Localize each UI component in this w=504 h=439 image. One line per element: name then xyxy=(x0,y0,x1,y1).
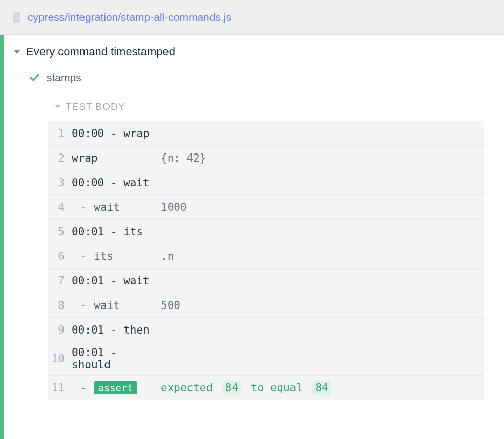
command-arg: .n xyxy=(161,250,174,262)
row-number: 8 xyxy=(49,299,65,312)
test-row[interactable]: stamps xyxy=(4,72,504,84)
assert-pill: assert xyxy=(94,381,137,394)
chevron-down-icon xyxy=(55,105,60,108)
command-name: 00:00 - wait xyxy=(72,177,161,189)
row-number: 11 xyxy=(49,382,65,394)
command-row[interactable]: 100:00 - wrap xyxy=(48,121,484,146)
command-name: - its xyxy=(72,250,161,262)
command-name: wrap xyxy=(72,152,161,164)
command-name: 00:01 - should xyxy=(72,346,161,371)
row-number: 6 xyxy=(49,250,65,262)
command-arg: 1000 xyxy=(161,201,187,213)
chevron-down-icon xyxy=(14,50,20,54)
command-log-container: TEST BODY 100:00 - wrap2wrap{n: 42}300:0… xyxy=(48,97,484,400)
command-name: - wait xyxy=(72,299,161,312)
assert-label-col: - assert xyxy=(72,381,161,394)
row-number: 7 xyxy=(49,275,65,287)
test-title: stamps xyxy=(47,72,81,84)
command-row[interactable]: 700:01 - wait xyxy=(48,269,484,293)
suite-row[interactable]: Every command timestamped xyxy=(4,45,504,58)
command-arg: {n: 42} xyxy=(161,152,206,164)
check-icon xyxy=(29,73,39,83)
command-name: 00:01 - wait xyxy=(72,275,161,287)
command-row[interactable]: 300:00 - wait xyxy=(48,170,484,195)
assert-message: expected 84 to equal 84 xyxy=(161,382,334,394)
test-body-header[interactable]: TEST BODY xyxy=(48,97,484,121)
command-name: - wait xyxy=(72,201,161,213)
assert-rhs: 84 xyxy=(312,381,331,395)
command-row[interactable]: 2wrap{n: 42} xyxy=(48,146,484,170)
row-number: 4 xyxy=(49,201,65,213)
row-number: 3 xyxy=(49,177,65,189)
command-name: 00:01 - then xyxy=(72,324,161,336)
suite-title: Every command timestamped xyxy=(26,45,175,58)
row-number: 1 xyxy=(49,127,65,140)
reporter-body: Every command timestamped stamps TEST BO… xyxy=(0,35,504,439)
assert-lhs: 84 xyxy=(222,381,241,395)
command-row[interactable]: 6- its.n xyxy=(48,244,484,269)
command-row[interactable]: 4- wait1000 xyxy=(48,195,484,220)
file-path[interactable]: cypress/integration/stamp-all-commands.j… xyxy=(28,11,232,24)
row-number: 10 xyxy=(49,353,65,365)
row-number: 2 xyxy=(49,152,65,164)
row-number: 9 xyxy=(49,324,65,336)
command-row[interactable]: 900:01 - then xyxy=(48,318,484,342)
row-number: 5 xyxy=(49,226,65,238)
command-name: 00:01 - its xyxy=(72,226,161,238)
command-row[interactable]: 1000:01 - should xyxy=(48,342,484,376)
assert-row[interactable]: 11- assertexpected 84 to equal 84 xyxy=(48,376,484,400)
command-arg: 500 xyxy=(161,299,180,312)
command-log: 100:00 - wrap2wrap{n: 42}300:00 - wait4-… xyxy=(48,121,484,400)
file-icon xyxy=(11,11,22,24)
file-header: cypress/integration/stamp-all-commands.j… xyxy=(0,0,504,35)
command-name: 00:00 - wrap xyxy=(72,127,161,140)
test-body-label: TEST BODY xyxy=(66,101,125,113)
command-row[interactable]: 8- wait500 xyxy=(48,293,484,318)
command-row[interactable]: 500:01 - its xyxy=(48,220,484,244)
